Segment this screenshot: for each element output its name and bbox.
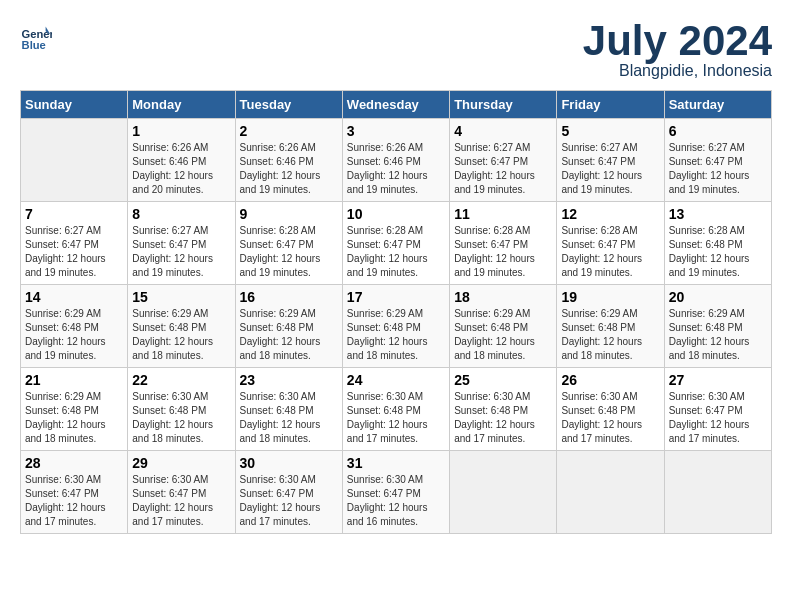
- day-number: 19: [561, 289, 659, 305]
- calendar-cell: 28Sunrise: 6:30 AM Sunset: 6:47 PM Dayli…: [21, 451, 128, 534]
- day-info: Sunrise: 6:27 AM Sunset: 6:47 PM Dayligh…: [561, 141, 659, 197]
- day-number: 6: [669, 123, 767, 139]
- weekday-header-wednesday: Wednesday: [342, 91, 449, 119]
- calendar-cell: 18Sunrise: 6:29 AM Sunset: 6:48 PM Dayli…: [450, 285, 557, 368]
- day-info: Sunrise: 6:28 AM Sunset: 6:47 PM Dayligh…: [347, 224, 445, 280]
- calendar-week-5: 28Sunrise: 6:30 AM Sunset: 6:47 PM Dayli…: [21, 451, 772, 534]
- calendar-cell: 24Sunrise: 6:30 AM Sunset: 6:48 PM Dayli…: [342, 368, 449, 451]
- day-info: Sunrise: 6:27 AM Sunset: 6:47 PM Dayligh…: [669, 141, 767, 197]
- calendar-cell: [450, 451, 557, 534]
- day-info: Sunrise: 6:27 AM Sunset: 6:47 PM Dayligh…: [454, 141, 552, 197]
- day-info: Sunrise: 6:30 AM Sunset: 6:48 PM Dayligh…: [240, 390, 338, 446]
- calendar-table: SundayMondayTuesdayWednesdayThursdayFrid…: [20, 90, 772, 534]
- calendar-cell: 8Sunrise: 6:27 AM Sunset: 6:47 PM Daylig…: [128, 202, 235, 285]
- day-number: 14: [25, 289, 123, 305]
- day-number: 3: [347, 123, 445, 139]
- calendar-cell: 29Sunrise: 6:30 AM Sunset: 6:47 PM Dayli…: [128, 451, 235, 534]
- calendar-cell: 17Sunrise: 6:29 AM Sunset: 6:48 PM Dayli…: [342, 285, 449, 368]
- calendar-cell: 26Sunrise: 6:30 AM Sunset: 6:48 PM Dayli…: [557, 368, 664, 451]
- day-number: 15: [132, 289, 230, 305]
- calendar-cell: 7Sunrise: 6:27 AM Sunset: 6:47 PM Daylig…: [21, 202, 128, 285]
- day-info: Sunrise: 6:30 AM Sunset: 6:47 PM Dayligh…: [669, 390, 767, 446]
- calendar-cell: 14Sunrise: 6:29 AM Sunset: 6:48 PM Dayli…: [21, 285, 128, 368]
- calendar-cell: 5Sunrise: 6:27 AM Sunset: 6:47 PM Daylig…: [557, 119, 664, 202]
- page-header: General Blue July 2024 Blangpidie, Indon…: [20, 20, 772, 80]
- day-number: 23: [240, 372, 338, 388]
- calendar-cell: 6Sunrise: 6:27 AM Sunset: 6:47 PM Daylig…: [664, 119, 771, 202]
- day-number: 4: [454, 123, 552, 139]
- calendar-cell: 11Sunrise: 6:28 AM Sunset: 6:47 PM Dayli…: [450, 202, 557, 285]
- calendar-cell: [557, 451, 664, 534]
- day-number: 16: [240, 289, 338, 305]
- calendar-cell: [664, 451, 771, 534]
- title-block: July 2024 Blangpidie, Indonesia: [583, 20, 772, 80]
- day-number: 18: [454, 289, 552, 305]
- calendar-body: 1Sunrise: 6:26 AM Sunset: 6:46 PM Daylig…: [21, 119, 772, 534]
- calendar-cell: 4Sunrise: 6:27 AM Sunset: 6:47 PM Daylig…: [450, 119, 557, 202]
- day-number: 11: [454, 206, 552, 222]
- day-info: Sunrise: 6:26 AM Sunset: 6:46 PM Dayligh…: [347, 141, 445, 197]
- calendar-cell: 9Sunrise: 6:28 AM Sunset: 6:47 PM Daylig…: [235, 202, 342, 285]
- weekday-header-thursday: Thursday: [450, 91, 557, 119]
- day-number: 22: [132, 372, 230, 388]
- weekday-header-friday: Friday: [557, 91, 664, 119]
- calendar-cell: [21, 119, 128, 202]
- weekday-header-sunday: Sunday: [21, 91, 128, 119]
- calendar-cell: 25Sunrise: 6:30 AM Sunset: 6:48 PM Dayli…: [450, 368, 557, 451]
- day-info: Sunrise: 6:30 AM Sunset: 6:48 PM Dayligh…: [347, 390, 445, 446]
- day-info: Sunrise: 6:28 AM Sunset: 6:47 PM Dayligh…: [561, 224, 659, 280]
- calendar-cell: 21Sunrise: 6:29 AM Sunset: 6:48 PM Dayli…: [21, 368, 128, 451]
- day-info: Sunrise: 6:29 AM Sunset: 6:48 PM Dayligh…: [25, 307, 123, 363]
- calendar-header-row: SundayMondayTuesdayWednesdayThursdayFrid…: [21, 91, 772, 119]
- weekday-header-saturday: Saturday: [664, 91, 771, 119]
- day-info: Sunrise: 6:30 AM Sunset: 6:47 PM Dayligh…: [25, 473, 123, 529]
- logo: General Blue: [20, 20, 52, 52]
- day-number: 10: [347, 206, 445, 222]
- svg-text:General: General: [22, 28, 52, 40]
- day-info: Sunrise: 6:29 AM Sunset: 6:48 PM Dayligh…: [561, 307, 659, 363]
- calendar-cell: 13Sunrise: 6:28 AM Sunset: 6:48 PM Dayli…: [664, 202, 771, 285]
- day-info: Sunrise: 6:29 AM Sunset: 6:48 PM Dayligh…: [347, 307, 445, 363]
- calendar-cell: 12Sunrise: 6:28 AM Sunset: 6:47 PM Dayli…: [557, 202, 664, 285]
- day-info: Sunrise: 6:28 AM Sunset: 6:47 PM Dayligh…: [454, 224, 552, 280]
- day-number: 8: [132, 206, 230, 222]
- calendar-cell: 19Sunrise: 6:29 AM Sunset: 6:48 PM Dayli…: [557, 285, 664, 368]
- day-info: Sunrise: 6:26 AM Sunset: 6:46 PM Dayligh…: [132, 141, 230, 197]
- day-number: 5: [561, 123, 659, 139]
- day-info: Sunrise: 6:30 AM Sunset: 6:47 PM Dayligh…: [240, 473, 338, 529]
- day-number: 25: [454, 372, 552, 388]
- logo-icon: General Blue: [20, 20, 52, 52]
- day-number: 2: [240, 123, 338, 139]
- day-number: 12: [561, 206, 659, 222]
- calendar-week-2: 7Sunrise: 6:27 AM Sunset: 6:47 PM Daylig…: [21, 202, 772, 285]
- calendar-cell: 3Sunrise: 6:26 AM Sunset: 6:46 PM Daylig…: [342, 119, 449, 202]
- day-number: 1: [132, 123, 230, 139]
- day-info: Sunrise: 6:29 AM Sunset: 6:48 PM Dayligh…: [669, 307, 767, 363]
- day-info: Sunrise: 6:27 AM Sunset: 6:47 PM Dayligh…: [132, 224, 230, 280]
- day-number: 7: [25, 206, 123, 222]
- calendar-week-3: 14Sunrise: 6:29 AM Sunset: 6:48 PM Dayli…: [21, 285, 772, 368]
- day-number: 13: [669, 206, 767, 222]
- day-info: Sunrise: 6:30 AM Sunset: 6:48 PM Dayligh…: [561, 390, 659, 446]
- day-info: Sunrise: 6:29 AM Sunset: 6:48 PM Dayligh…: [132, 307, 230, 363]
- day-number: 30: [240, 455, 338, 471]
- day-number: 28: [25, 455, 123, 471]
- calendar-cell: 30Sunrise: 6:30 AM Sunset: 6:47 PM Dayli…: [235, 451, 342, 534]
- calendar-week-1: 1Sunrise: 6:26 AM Sunset: 6:46 PM Daylig…: [21, 119, 772, 202]
- calendar-cell: 16Sunrise: 6:29 AM Sunset: 6:48 PM Dayli…: [235, 285, 342, 368]
- day-number: 9: [240, 206, 338, 222]
- day-info: Sunrise: 6:29 AM Sunset: 6:48 PM Dayligh…: [240, 307, 338, 363]
- day-info: Sunrise: 6:30 AM Sunset: 6:48 PM Dayligh…: [454, 390, 552, 446]
- day-number: 27: [669, 372, 767, 388]
- calendar-cell: 1Sunrise: 6:26 AM Sunset: 6:46 PM Daylig…: [128, 119, 235, 202]
- day-info: Sunrise: 6:30 AM Sunset: 6:47 PM Dayligh…: [132, 473, 230, 529]
- day-info: Sunrise: 6:30 AM Sunset: 6:47 PM Dayligh…: [347, 473, 445, 529]
- day-number: 24: [347, 372, 445, 388]
- calendar-cell: 31Sunrise: 6:30 AM Sunset: 6:47 PM Dayli…: [342, 451, 449, 534]
- day-info: Sunrise: 6:28 AM Sunset: 6:48 PM Dayligh…: [669, 224, 767, 280]
- calendar-cell: 10Sunrise: 6:28 AM Sunset: 6:47 PM Dayli…: [342, 202, 449, 285]
- day-number: 20: [669, 289, 767, 305]
- day-number: 21: [25, 372, 123, 388]
- location-subtitle: Blangpidie, Indonesia: [583, 62, 772, 80]
- day-number: 29: [132, 455, 230, 471]
